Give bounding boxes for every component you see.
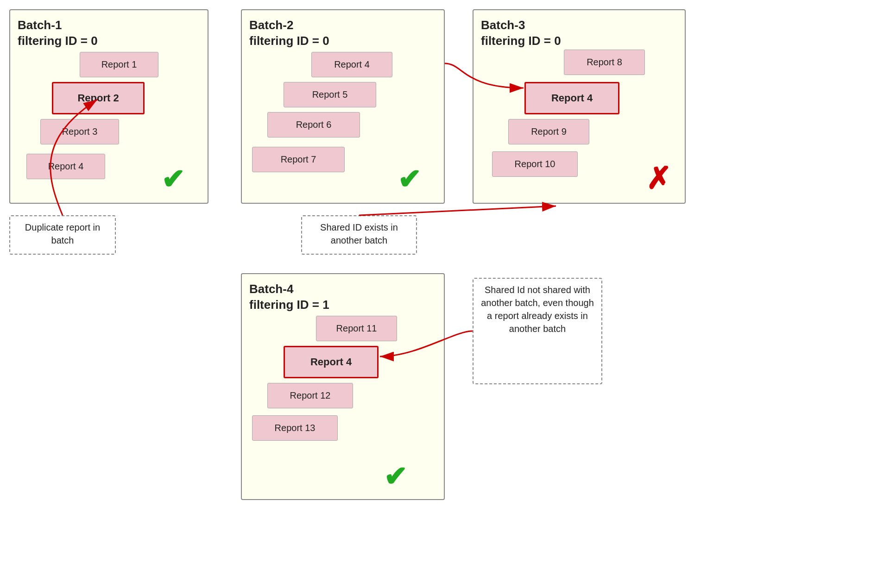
batch1-report2: Report 2 (52, 82, 145, 114)
batch4-title: Batch-4 filtering ID = 1 (249, 281, 436, 313)
batch3-box: Batch-3 filtering ID = 0 Report 8 Report… (473, 9, 686, 204)
batch2-report6: Report 6 (267, 112, 360, 138)
batch3-report4: Report 4 (524, 82, 619, 114)
batch2-box: Batch-2 filtering ID = 0 Report 4 Report… (241, 9, 445, 204)
batch2-report5: Report 5 (284, 82, 376, 107)
batch1-box: Batch-1 filtering ID = 0 Report 1 Report… (9, 9, 208, 204)
batch3-report8: Report 8 (564, 50, 645, 75)
arrow-shared-annotation (359, 206, 556, 215)
batch2-report4: Report 4 (311, 52, 392, 77)
annotation-duplicate: Duplicate report in batch (9, 215, 116, 255)
annotation-shared-another: Shared ID exists in another batch (301, 215, 417, 255)
batch2-title: Batch-2 filtering ID = 0 (249, 18, 436, 49)
batch1-check: ✔ (161, 166, 184, 194)
batch3-report10: Report 10 (492, 151, 578, 177)
batch2-report7: Report 7 (252, 147, 345, 172)
batch4-report12: Report 12 (267, 383, 353, 408)
batch3-xmark: ✗ (646, 163, 671, 194)
batch4-report4: Report 4 (284, 346, 379, 378)
batch4-box: Batch-4 filtering ID = 1 Report 11 Repor… (241, 273, 445, 500)
annotation-shared-another-text: Shared ID exists in another batch (320, 222, 398, 245)
batch1-report1: Report 1 (80, 52, 158, 77)
batch1-report3: Report 3 (40, 119, 119, 144)
batch4-check: ✔ (384, 463, 407, 491)
diagram-container: Batch-1 filtering ID = 0 Report 1 Report… (0, 0, 890, 588)
annotation-shared-not-text: Shared Id not shared with another batch,… (481, 285, 594, 334)
annotation-duplicate-text: Duplicate report in batch (25, 222, 100, 245)
annotation-shared-not: Shared Id not shared with another batch,… (473, 278, 602, 384)
batch4-report13: Report 13 (252, 415, 338, 441)
batch3-report9: Report 9 (508, 119, 589, 144)
batch2-check: ✔ (398, 166, 421, 194)
batch1-report4: Report 4 (26, 154, 105, 179)
batch4-report11: Report 11 (316, 316, 397, 341)
batch1-title: Batch-1 filtering ID = 0 (18, 18, 200, 49)
batch3-title: Batch-3 filtering ID = 0 (481, 18, 677, 49)
